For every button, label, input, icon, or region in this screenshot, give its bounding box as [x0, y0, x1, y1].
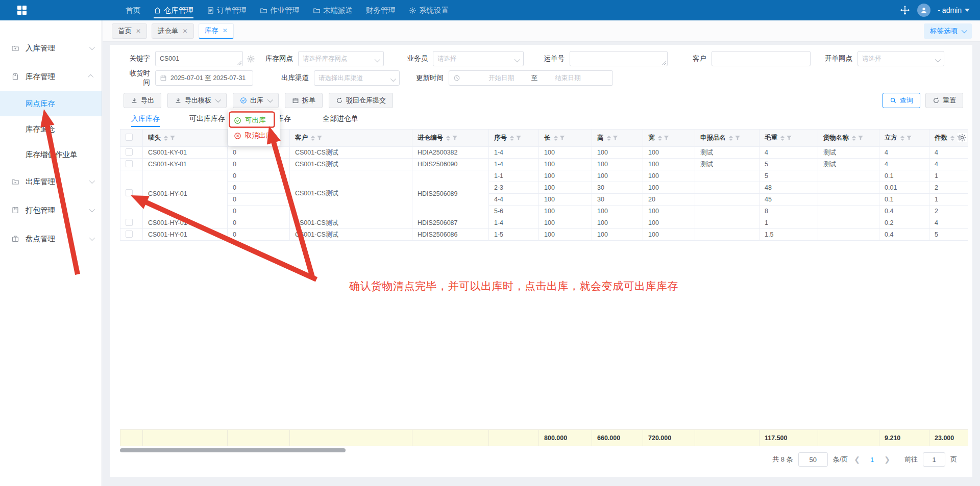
- qty-link[interactable]: 0: [228, 217, 290, 229]
- filter-funnel-icon[interactable]: [452, 136, 457, 140]
- sort-icon[interactable]: [780, 136, 785, 141]
- export-template-button[interactable]: 导出模板: [167, 93, 227, 108]
- entry-no-link[interactable]: HDIS2506090: [412, 159, 489, 170]
- sort-icon[interactable]: [729, 136, 733, 141]
- filter-funnel-icon[interactable]: [906, 136, 912, 140]
- stock-network-select[interactable]: 请选择库存网点: [298, 51, 384, 66]
- sort-icon[interactable]: [950, 136, 954, 141]
- sort-icon[interactable]: [311, 136, 315, 141]
- sidebar-item-packing-mgmt[interactable]: 打包管理: [0, 196, 102, 224]
- receive-time-range[interactable]: 2025-07-01 至 2025-07-31: [155, 70, 253, 86]
- close-icon[interactable]: ✕: [183, 28, 188, 35]
- next-page-icon[interactable]: ❯: [883, 455, 891, 464]
- entry-no-link[interactable]: HDIA2500382: [412, 147, 489, 159]
- filter-funnel-icon[interactable]: [516, 136, 521, 140]
- entry-no-link[interactable]: HDIS2506089: [412, 170, 489, 217]
- user-menu[interactable]: - admin: [938, 6, 970, 14]
- menu-item-can-outbound[interactable]: 可出库: [228, 113, 280, 128]
- sidebar-item-stock-return[interactable]: 库存退仓: [0, 116, 102, 142]
- page-tab-stock[interactable]: 库存✕: [199, 23, 234, 39]
- filter-funnel-icon[interactable]: [787, 136, 792, 140]
- tab-all-entry-orders[interactable]: 全部进仓单: [323, 114, 358, 127]
- tag-options-button[interactable]: 标签选项: [924, 23, 972, 39]
- sort-icon[interactable]: [852, 136, 856, 141]
- reject-submit-button[interactable]: 驳回仓库提交: [329, 93, 393, 108]
- horizontal-scrollbar-thumb[interactable]: [120, 448, 346, 452]
- sort-icon[interactable]: [164, 136, 168, 141]
- row-checkbox[interactable]: [126, 148, 133, 156]
- keyword-settings-gear-icon[interactable]: [247, 55, 255, 63]
- topbar: 首页 仓库管理 订单管理 作业管理 末端派送 财务管理 系统设置 - admin: [0, 0, 980, 20]
- close-icon[interactable]: ✕: [136, 28, 141, 35]
- nav-finance[interactable]: 财务管理: [366, 0, 396, 20]
- row-checkbox[interactable]: [126, 189, 133, 196]
- sidebar-item-stock-mgmt[interactable]: 库存管理: [0, 62, 102, 91]
- qty-link[interactable]: 0: [228, 194, 290, 206]
- sidebar-item-value-added-order[interactable]: 库存增值作业单: [0, 142, 102, 167]
- filter-funnel-icon[interactable]: [664, 136, 669, 140]
- nav-label: 末端派送: [323, 6, 353, 15]
- update-time-range[interactable]: 开始日期至结束日期: [449, 70, 613, 86]
- goto-page-input[interactable]: [923, 452, 945, 467]
- prev-page-icon[interactable]: ❮: [853, 455, 861, 464]
- sort-icon[interactable]: [554, 136, 558, 141]
- row-checkbox[interactable]: [126, 160, 133, 167]
- nav-settings[interactable]: 系统设置: [409, 0, 449, 20]
- nav-operations[interactable]: 作业管理: [260, 0, 300, 20]
- qty-link[interactable]: 0: [228, 229, 290, 241]
- qty-link[interactable]: 0: [228, 170, 290, 182]
- tab-outboundable-stock[interactable]: 可出库库存: [189, 114, 225, 127]
- sort-icon[interactable]: [446, 136, 450, 141]
- sidebar-item-inventory-count[interactable]: 盘点管理: [0, 224, 102, 253]
- filter-funnel-icon[interactable]: [560, 136, 565, 140]
- menu-item-cancel-outbound[interactable]: 取消出库: [228, 128, 280, 143]
- sidebar-item-inbound-mgmt[interactable]: 入库管理: [0, 34, 102, 62]
- sort-icon[interactable]: [510, 136, 514, 141]
- move-icon[interactable]: [900, 5, 910, 15]
- qty-link[interactable]: 0: [228, 147, 290, 159]
- salesman-select[interactable]: 请选择: [433, 51, 524, 66]
- page-tab-entry-order[interactable]: 进仓单✕: [152, 23, 194, 39]
- query-button[interactable]: 查询: [883, 93, 920, 108]
- apps-grid-icon[interactable]: [17, 6, 27, 15]
- page-size-input[interactable]: [798, 452, 828, 467]
- entry-no-link[interactable]: HDIS2506086: [412, 229, 489, 241]
- page-tab-home[interactable]: 首页✕: [112, 23, 147, 39]
- sort-icon[interactable]: [658, 136, 662, 141]
- qty-link[interactable]: 0: [228, 182, 290, 194]
- outbound-channel-select[interactable]: 请选择出库渠道: [314, 70, 400, 86]
- filter-funnel-icon[interactable]: [735, 136, 740, 140]
- qty-link[interactable]: 0: [228, 159, 290, 170]
- row-checkbox[interactable]: [126, 219, 133, 226]
- outbound-button[interactable]: 出库: [233, 93, 279, 108]
- tab-inbound-stock[interactable]: 入库库存: [131, 114, 160, 127]
- sidebar-item-network-stock[interactable]: 网点库存: [0, 91, 102, 116]
- current-page[interactable]: 1: [866, 456, 878, 464]
- waybill-input[interactable]: [574, 55, 663, 62]
- sort-icon[interactable]: [900, 136, 904, 141]
- entry-no-link[interactable]: HDIS2506087: [412, 217, 489, 229]
- filter-funnel-icon[interactable]: [170, 136, 175, 140]
- avatar[interactable]: [917, 4, 930, 17]
- close-icon[interactable]: ✕: [223, 27, 228, 34]
- filter-funnel-icon[interactable]: [317, 136, 322, 140]
- waybill-input-wrap: [570, 51, 668, 66]
- filter-funnel-icon[interactable]: [613, 136, 618, 140]
- split-order-button[interactable]: 拆单: [285, 93, 323, 108]
- nav-warehouse[interactable]: 仓库管理: [154, 0, 193, 20]
- nav-orders[interactable]: 订单管理: [207, 0, 247, 20]
- customer-input[interactable]: [716, 55, 806, 62]
- sort-icon[interactable]: [607, 136, 611, 141]
- select-all-checkbox[interactable]: [126, 134, 133, 141]
- filter-funnel-icon[interactable]: [858, 136, 863, 140]
- export-button[interactable]: 导出: [124, 93, 161, 108]
- nav-home[interactable]: 首页: [126, 0, 140, 20]
- sidebar-item-outbound-mgmt[interactable]: 出库管理: [0, 167, 102, 196]
- billing-network-select[interactable]: 请选择: [857, 51, 944, 66]
- nav-label: 作业管理: [270, 6, 300, 15]
- keyword-input[interactable]: [160, 55, 238, 62]
- row-checkbox[interactable]: [126, 231, 133, 238]
- nav-last-mile[interactable]: 末端派送: [313, 0, 353, 20]
- reset-button[interactable]: 重置: [925, 93, 963, 108]
- qty-link[interactable]: 0: [228, 206, 290, 217]
